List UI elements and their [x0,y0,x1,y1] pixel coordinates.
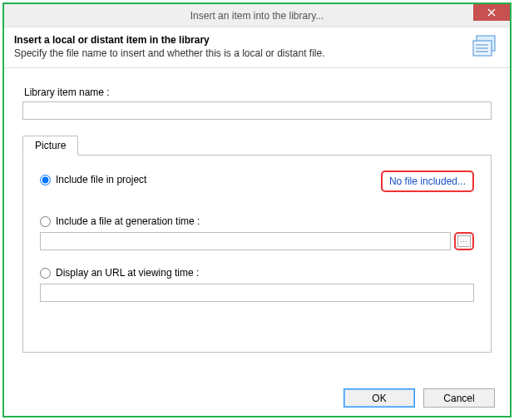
option-include-in-project[interactable]: Include file in project [40,174,146,185]
ellipsis-icon: ··· [457,235,471,247]
no-file-included-link[interactable]: No file included... [381,170,474,192]
library-icon [472,34,500,63]
radio-include-at-generation[interactable] [40,216,51,227]
label-display-url: Display an URL at viewing time : [56,267,199,279]
url-input[interactable] [40,284,474,302]
close-icon [487,8,496,17]
ok-button[interactable]: OK [343,388,415,408]
header-subtitle: Specify the file name to insert and whet… [14,47,500,59]
close-button[interactable] [473,4,510,21]
titlebar: Insert an item into the library... [4,4,510,27]
library-item-input[interactable] [22,101,492,120]
option-display-url[interactable]: Display an URL at viewing time : [40,267,474,279]
tab-picture[interactable]: Picture [22,136,78,156]
radio-include-in-project[interactable] [40,175,51,185]
window-title: Insert an item into the library... [190,10,324,22]
cancel-button[interactable]: Cancel [423,388,495,408]
radio-display-url[interactable] [40,268,51,279]
browse-button[interactable]: ··· [454,232,474,250]
header-title: Insert a local or distant item in the li… [14,34,500,46]
generation-path-input[interactable] [40,232,451,250]
tab-panel-picture: Include file in project No file included… [22,155,492,353]
label-include-at-generation: Include a file at generation time : [56,215,200,227]
library-item-label: Library item name : [24,86,492,98]
option-include-at-generation[interactable]: Include a file at generation time : [40,215,474,227]
label-include-in-project: Include file in project [56,174,146,185]
header-section: Insert a local or distant item in the li… [4,27,510,68]
